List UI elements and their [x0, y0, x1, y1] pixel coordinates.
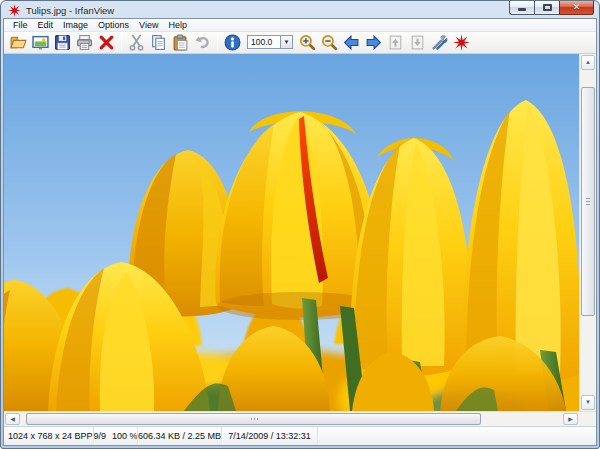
zoom-combobox[interactable]: 100.0 ▼ [247, 35, 293, 49]
open-button[interactable] [8, 33, 29, 52]
close-icon: ✕ [573, 3, 581, 12]
page-down-icon [409, 34, 426, 51]
irfanview-red-splat-icon [453, 34, 470, 51]
zoom-value[interactable]: 100.0 [247, 35, 281, 49]
status-position: 9/9 [94, 431, 106, 441]
scrollbar-corner [579, 412, 596, 427]
save-icon [54, 34, 71, 51]
thumb-grip [586, 201, 590, 202]
irfanview-window: Tulips.jpg - IrfanView ✕ File Edit Image… [0, 0, 600, 449]
status-file-size: 606.34 KB / 2.25 MB [138, 427, 222, 445]
status-image-info: 1024 x 768 x 24 BPP [4, 427, 94, 445]
status-position-zoom: 9/9 100 % [94, 427, 138, 445]
horizontal-scroll-thumb[interactable] [26, 413, 480, 426]
menu-options[interactable]: Options [93, 20, 134, 30]
slideshow-icon [32, 34, 49, 51]
vertical-scroll-track[interactable] [580, 71, 596, 394]
open-folder-icon [10, 34, 27, 51]
zoom-dropdown-button[interactable]: ▼ [281, 35, 293, 49]
horizontal-scroll-track[interactable] [21, 412, 562, 427]
arrow-right-icon [365, 34, 382, 51]
vertical-scroll-thumb[interactable] [581, 87, 595, 316]
title-bar[interactable]: Tulips.jpg - IrfanView ✕ [1, 1, 599, 19]
menu-view[interactable]: View [134, 20, 163, 30]
zoom-out-icon [321, 34, 338, 51]
zoom-out-button[interactable] [319, 33, 340, 52]
paste-button[interactable] [170, 33, 191, 52]
menu-image[interactable]: Image [58, 20, 93, 30]
image-canvas[interactable] [4, 54, 579, 411]
toolbar-separator [121, 35, 122, 50]
scroll-down-button[interactable]: ▼ [581, 395, 595, 410]
menu-bar: File Edit Image Options View Help [4, 19, 596, 32]
maximize-icon [543, 4, 552, 11]
photo-tulips [4, 54, 579, 411]
zoom-in-button[interactable] [297, 33, 318, 52]
previous-image-button[interactable] [341, 33, 362, 52]
arrow-left-small-icon: ◀ [10, 416, 15, 422]
next-image-button[interactable] [363, 33, 384, 52]
undo-icon [194, 34, 211, 51]
arrow-up-icon: ▲ [585, 59, 591, 65]
undo-button[interactable] [192, 33, 213, 52]
status-zoom: 100 % [112, 431, 138, 441]
status-bar: 1024 x 768 x 24 BPP 9/9 100 % 606.34 KB … [4, 426, 596, 445]
print-icon [76, 34, 93, 51]
page-down-button[interactable] [407, 33, 428, 52]
vertical-scrollbar[interactable]: ▲ ▼ [579, 54, 596, 411]
slideshow-button[interactable] [30, 33, 51, 52]
scroll-left-button[interactable]: ◀ [5, 413, 20, 426]
properties-button[interactable] [429, 33, 450, 52]
status-empty [318, 427, 596, 445]
cut-scissors-icon [128, 34, 145, 51]
tools-icon [431, 34, 448, 51]
maximize-button[interactable] [534, 1, 559, 15]
info-icon [224, 34, 241, 51]
minimize-button[interactable] [509, 1, 534, 15]
irfanview-logo-icon [8, 4, 21, 17]
close-button[interactable]: ✕ [559, 1, 594, 15]
zoom-in-icon [299, 34, 316, 51]
scroll-up-button[interactable]: ▲ [581, 55, 595, 70]
horizontal-scrollbar[interactable]: ◀ ▶ [4, 412, 579, 427]
delete-icon [98, 34, 115, 51]
menu-edit[interactable]: Edit [33, 20, 59, 30]
arrow-left-icon [343, 34, 360, 51]
arrow-down-icon: ▼ [585, 399, 591, 405]
menu-file[interactable]: File [8, 20, 33, 30]
about-button[interactable] [451, 33, 472, 52]
print-button[interactable] [74, 33, 95, 52]
paste-icon [172, 34, 189, 51]
toolbar-separator [217, 35, 218, 50]
arrow-right-small-icon: ▶ [568, 416, 573, 422]
save-button[interactable] [52, 33, 73, 52]
cut-button[interactable] [126, 33, 147, 52]
page-up-button[interactable] [385, 33, 406, 52]
scroll-right-button[interactable]: ▶ [563, 413, 578, 426]
page-up-icon [387, 34, 404, 51]
copy-icon [150, 34, 167, 51]
status-datetime: 7/14/2009 / 13:32:31 [222, 427, 318, 445]
delete-button[interactable] [96, 33, 117, 52]
chevron-down-icon: ▼ [284, 39, 290, 45]
thumb-grip [254, 418, 255, 421]
copy-button[interactable] [148, 33, 169, 52]
toolbar: 100.0 ▼ [4, 32, 596, 54]
menu-help[interactable]: Help [163, 20, 192, 30]
minimize-icon [518, 8, 526, 11]
window-title: Tulips.jpg - IrfanView [26, 5, 114, 16]
info-button[interactable] [222, 33, 243, 52]
